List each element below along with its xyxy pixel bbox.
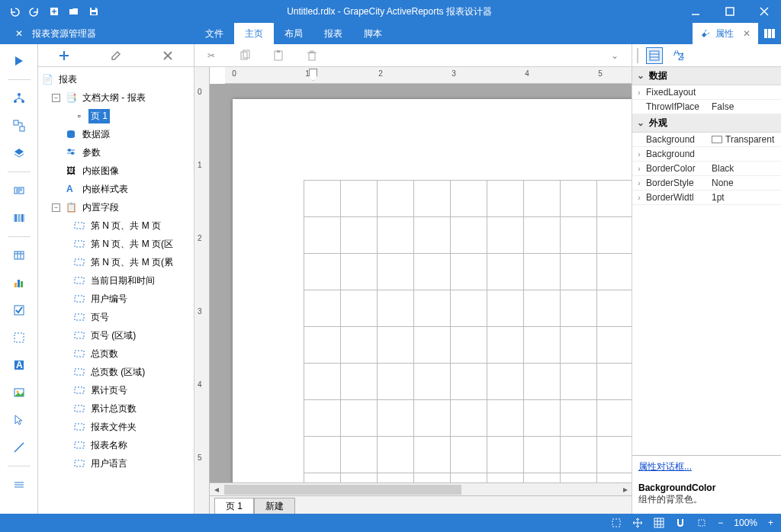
tree-datasource[interactable]: 数据源 (41, 125, 194, 143)
svg-rect-78 (612, 519, 620, 527)
tree-field[interactable]: 页号 (区域) (41, 326, 194, 345)
prop-desc-text: 组件的背景色。 (638, 493, 775, 506)
horizontal-scrollbar[interactable]: ◂▸ (210, 482, 632, 495)
panels-icon[interactable] (758, 23, 781, 44)
redo-button[interactable] (27, 5, 41, 18)
cut-button[interactable]: ✂ (202, 46, 220, 65)
container-tool[interactable] (6, 327, 32, 348)
zoom-in-button[interactable]: + (768, 518, 773, 528)
tab-report[interactable]: 报表 (313, 23, 353, 44)
group-icon[interactable] (6, 115, 32, 136)
snap-toggle-icon[interactable] (675, 518, 686, 528)
tree-field[interactable]: 页号 (41, 308, 194, 326)
minimize-button[interactable] (678, 0, 712, 23)
prop-borderstyle[interactable]: ›BorderStyleNone (632, 176, 781, 191)
line-tool[interactable] (6, 437, 32, 458)
svg-rect-72 (310, 51, 313, 53)
pan-mode-icon[interactable] (632, 518, 643, 528)
tree-field[interactable]: 第 N 页、共 M 页(累 (41, 253, 194, 271)
add-button[interactable] (55, 46, 73, 65)
chart-tool[interactable] (6, 272, 32, 293)
tree-field[interactable]: 累计页号 (41, 381, 194, 399)
page-tab-1[interactable]: 页 1 (214, 498, 254, 514)
run-button[interactable] (6, 50, 32, 72)
dimensions-icon[interactable] (696, 518, 707, 528)
undo-button[interactable] (8, 5, 21, 18)
explorer-tree[interactable]: 📄报表 −📑文档大纲 - 报表 ▫页 1 数据源 参数 🖼内嵌图像 A内嵌样式表… (38, 67, 194, 514)
prop-backgroundcolor[interactable]: BackgroundTransparent (632, 133, 781, 147)
tree-field[interactable]: 当前日期和时间 (41, 271, 194, 290)
svg-rect-52 (75, 223, 84, 229)
tree-field[interactable]: 累计总页数 (41, 399, 194, 418)
categorized-view-button[interactable] (646, 47, 663, 64)
prop-borderwidth[interactable]: ›BorderWidtl1pt (632, 191, 781, 205)
tree-outline[interactable]: −📑文档大纲 - 报表 (41, 88, 194, 107)
close-button[interactable] (747, 0, 781, 23)
close-icon[interactable]: ✕ (743, 28, 750, 39)
field-icon (73, 220, 85, 232)
tab-layout[interactable]: 布局 (274, 23, 313, 44)
properties-dialog-link[interactable]: 属性对话框... (638, 461, 692, 472)
prop-background[interactable]: ›Background (632, 147, 781, 162)
paste-button[interactable] (269, 46, 288, 65)
prop-fixedlayout[interactable]: ›FixedLayout (632, 85, 781, 100)
copy-button[interactable] (236, 46, 254, 65)
svg-rect-9 (772, 29, 775, 38)
hierarchy-icon[interactable] (6, 88, 32, 109)
select-mode-icon[interactable] (611, 518, 622, 528)
page-tab-new[interactable]: 新建 (254, 498, 295, 514)
tree-field[interactable]: 用户语言 (41, 454, 194, 473)
more-tools-icon[interactable] (6, 474, 32, 495)
tree-field[interactable]: 报表文件夹 (41, 418, 194, 436)
richtext-tool[interactable]: A (6, 354, 32, 376)
tab-home[interactable]: 主页 (234, 23, 274, 44)
tree-images[interactable]: 🖼内嵌图像 (41, 162, 194, 180)
prop-desc-title: BackgroundColor (638, 482, 775, 493)
table-tool[interactable] (6, 245, 32, 266)
edit-button[interactable] (107, 46, 125, 65)
prop-bordercolor[interactable]: ›BorderColorBlack (632, 162, 781, 176)
page-icon: ▫ (73, 110, 85, 122)
delete-button[interactable] (159, 46, 177, 65)
grid-toggle-icon[interactable] (654, 518, 664, 528)
tree-params[interactable]: 参数 (41, 143, 194, 162)
alphabetical-view-button[interactable]: AZ (670, 47, 687, 64)
properties-grid[interactable]: ⌄数据 ›FixedLayout ThrowIfPlaceFalse ⌄外观 B… (632, 67, 781, 455)
tab-file[interactable]: 文件 (194, 23, 234, 44)
tree-field[interactable]: 用户编号 (41, 290, 194, 308)
tab-properties[interactable]: 属性 ✕ (693, 23, 758, 44)
svg-point-37 (16, 391, 18, 393)
tree-field[interactable]: 第 N 页、共 M 页 (41, 216, 194, 235)
textbox-tool[interactable] (6, 180, 32, 201)
tree-field[interactable]: 总页数 (区域) (41, 363, 194, 381)
checkbox-tool[interactable] (6, 300, 32, 321)
trash-button[interactable] (303, 46, 321, 65)
prop-throwifplace[interactable]: ThrowIfPlaceFalse (632, 100, 781, 114)
svg-rect-31 (21, 281, 23, 287)
canvas-area[interactable] (210, 84, 632, 482)
tree-root[interactable]: 📄报表 (41, 70, 194, 88)
category-data[interactable]: ⌄数据 (632, 67, 781, 85)
tree-field[interactable]: 报表名称 (41, 436, 194, 454)
category-appearance[interactable]: ⌄外观 (632, 114, 781, 133)
explorer-close-icon[interactable]: ✕ (15, 28, 23, 39)
zoom-level[interactable]: 100% (734, 518, 757, 528)
barcode-tool[interactable] (6, 207, 32, 229)
zoom-out-button[interactable]: − (718, 518, 723, 528)
chevron-down-icon[interactable]: ⌄ (606, 46, 624, 65)
image-tool[interactable] (6, 382, 32, 403)
tree-field[interactable]: 总页数 (41, 345, 194, 363)
tree-page1[interactable]: ▫页 1 (41, 107, 194, 125)
tree-styles[interactable]: A内嵌样式表 (41, 180, 194, 198)
tree-field[interactable]: 第 N 页、共 M 页(区 (41, 235, 194, 253)
layers-icon[interactable] (6, 143, 32, 164)
new-button[interactable] (47, 5, 61, 18)
open-button[interactable] (67, 5, 81, 18)
save-button[interactable] (87, 5, 101, 18)
design-grid[interactable] (304, 180, 632, 482)
maximize-button[interactable] (712, 0, 747, 23)
window-title: Untitled.rdlx - GrapeCity ActiveReports … (101, 5, 678, 18)
tree-builtin[interactable]: −📋内置字段 (41, 198, 194, 216)
tab-script[interactable]: 脚本 (353, 23, 393, 44)
pointer-tool[interactable] (6, 409, 32, 431)
